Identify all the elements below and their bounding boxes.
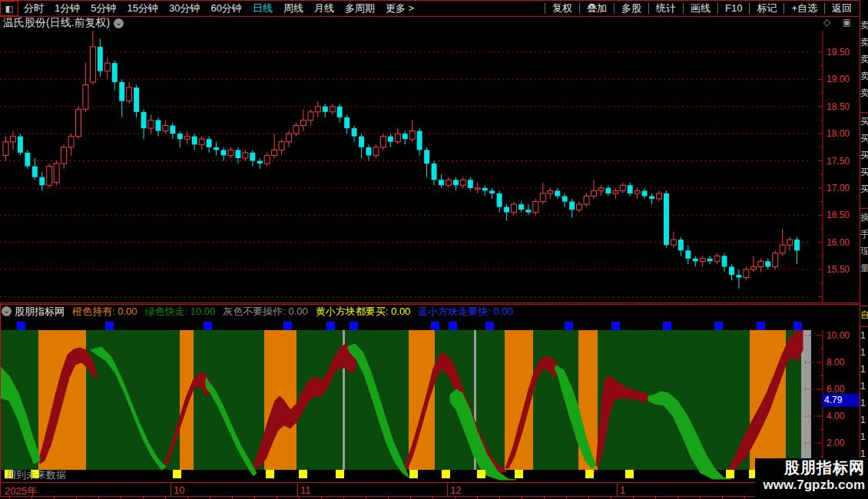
month-tick bbox=[171, 483, 171, 496]
right-strip-item[interactable]: 1 bbox=[860, 411, 868, 428]
collapse-icon[interactable]: ⌄ bbox=[2, 306, 12, 316]
right-strip-item[interactable]: 1 bbox=[860, 378, 868, 395]
right-strip-item[interactable]: 买 bbox=[860, 164, 868, 180]
right-strip-item[interactable]: 买 bbox=[860, 147, 868, 164]
indicator-source: 股朋指标网 bbox=[15, 305, 65, 319]
candles bbox=[3, 31, 800, 289]
right-strip-item[interactable]: 买 bbox=[860, 180, 868, 197]
right-strip-item[interactable]: 卖 bbox=[860, 17, 868, 34]
right-strip-item[interactable]: 买 bbox=[860, 113, 868, 130]
minor-tick bbox=[544, 496, 545, 499]
watermark-url: www.7gpzb.com bbox=[755, 477, 865, 494]
minor-tick bbox=[299, 496, 300, 499]
minor-tick bbox=[388, 496, 389, 499]
right-strip-item[interactable]: 卖 bbox=[860, 84, 868, 101]
minor-tick bbox=[655, 496, 656, 499]
chart-corner-icons[interactable]: ◇ ▣ bbox=[823, 17, 856, 28]
toolbar-item-分时[interactable]: 分时 bbox=[18, 2, 49, 15]
toolbar-button-返回[interactable]: 返回 bbox=[824, 3, 859, 14]
month-label: 11 bbox=[300, 484, 311, 496]
right-strip-section[interactable]: 换手现量 bbox=[860, 209, 868, 306]
toolbar-button-F10[interactable]: F10 bbox=[717, 3, 749, 14]
toolbar-button-画线[interactable]: 画线 bbox=[683, 3, 717, 14]
minor-tick bbox=[165, 496, 166, 499]
right-strip-item[interactable]: 卖 bbox=[860, 68, 868, 84]
price-axis-label: 19.50 bbox=[827, 47, 850, 58]
blue-signal-square bbox=[611, 322, 620, 330]
right-strip-item[interactable]: 换 bbox=[860, 209, 868, 226]
chevron-down-icon[interactable]: ⌄ bbox=[114, 18, 124, 28]
price-axis-label: 18.00 bbox=[827, 128, 850, 139]
right-strip-section[interactable]: 自 bbox=[860, 306, 868, 327]
yellow-signal-square bbox=[726, 470, 734, 478]
right-strip-item[interactable]: 现 bbox=[860, 243, 868, 259]
blue-signal-square bbox=[714, 322, 723, 330]
minor-tick bbox=[410, 496, 411, 499]
minor-tick bbox=[611, 496, 611, 499]
minor-tick bbox=[366, 496, 366, 499]
toolbar-item-5分钟[interactable]: 5分钟 bbox=[85, 2, 121, 15]
right-strip-item[interactable]: 卖 bbox=[860, 51, 868, 68]
toolbar-button-统计[interactable]: 统计 bbox=[648, 3, 683, 14]
right-strip-item[interactable]: 1 bbox=[860, 428, 868, 445]
price-axis-label: 17.00 bbox=[827, 183, 850, 193]
blue-signal-square bbox=[17, 322, 25, 330]
toolbar-button-标记[interactable]: 标记 bbox=[749, 3, 784, 14]
minor-tick bbox=[321, 496, 322, 499]
minor-tick bbox=[722, 496, 723, 499]
minor-tick bbox=[522, 496, 522, 499]
minor-tick bbox=[588, 496, 589, 499]
right-strip-item[interactable]: 1 bbox=[860, 344, 868, 361]
minor-tick bbox=[277, 496, 277, 499]
yellow-signal-square bbox=[409, 470, 418, 478]
indicator-axis-label: 10.00 bbox=[827, 330, 850, 341]
minor-tick bbox=[477, 496, 478, 499]
right-strip-item[interactable]: 买 bbox=[860, 130, 868, 147]
right-strip-item[interactable]: 量 bbox=[860, 259, 868, 276]
toolbar-item-日线[interactable]: 日线 bbox=[247, 2, 278, 15]
minor-tick bbox=[499, 496, 500, 499]
right-strip-item[interactable]: 1 bbox=[860, 395, 868, 411]
price-axis-label: 16.50 bbox=[827, 210, 850, 220]
right-strip-item[interactable]: 卖 bbox=[860, 34, 868, 51]
right-strip-section[interactable]: 卖卖卖卖卖 bbox=[860, 17, 868, 113]
toolbar-button-多股[interactable]: 多股 bbox=[614, 3, 648, 14]
indicator-item-橙色持有: 橙色持有: 0.00 bbox=[72, 305, 137, 319]
minor-tick bbox=[744, 496, 745, 499]
minor-tick bbox=[566, 496, 567, 499]
indicator-current-value: 4.79 bbox=[822, 394, 860, 407]
indicator-axis-label: 2.00 bbox=[827, 438, 845, 448]
toolbar-button-+自选[interactable]: +自选 bbox=[784, 3, 824, 14]
toolbar-item-30分钟[interactable]: 30分钟 bbox=[164, 2, 205, 15]
price-axis-label: 18.50 bbox=[827, 101, 850, 112]
watermark: 股朋指标网 www.7gpzb.com bbox=[755, 458, 868, 499]
indicator-item-灰色不要操作: 灰色不要操作: 0.00 bbox=[223, 305, 308, 319]
minor-tick bbox=[143, 496, 144, 499]
right-strip-item[interactable]: 手 bbox=[860, 226, 868, 243]
toolbar-item-周线[interactable]: 周线 bbox=[278, 2, 309, 15]
right-strip-item[interactable]: 自 bbox=[860, 306, 868, 323]
right-strip-section[interactable]: 买买买买买 bbox=[860, 113, 868, 209]
toolbar-button-复权[interactable]: 复权 bbox=[545, 3, 579, 14]
window-split-icon[interactable]: ◧ bbox=[0, 1, 18, 16]
blue-signal-square bbox=[105, 322, 114, 330]
toolbar-item-月线[interactable]: 月线 bbox=[309, 2, 340, 15]
toolbar-item-更多 >[interactable]: 更多 > bbox=[380, 2, 419, 15]
toolbar-item-多周期[interactable]: 多周期 bbox=[340, 2, 380, 15]
indicator-item-绿色快走: 绿色快走: 10.00 bbox=[145, 305, 216, 319]
toolbar-right: 复权叠加多股统计画线F10标记+自选返回 bbox=[545, 1, 859, 16]
yellow-signal-row bbox=[0, 470, 860, 479]
month-label: 10 bbox=[174, 484, 184, 496]
indicator-item-蓝小方块走要快: 蓝小方块走要快: 0.00 bbox=[418, 305, 513, 319]
toolbar-item-60分钟[interactable]: 60分钟 bbox=[205, 2, 247, 15]
toolbar-item-1分钟[interactable]: 1分钟 bbox=[49, 2, 85, 15]
indicator-item-黄小方块都要买: 黄小方块都要买: 0.00 bbox=[316, 305, 411, 319]
right-sidebar-strip[interactable]: 卖卖卖卖卖买买买买买换手现量自11111111 bbox=[860, 0, 868, 499]
right-strip-item[interactable]: 1 bbox=[860, 361, 868, 378]
indicator-header: ⌄ 股朋指标网 橙色持有: 0.00绿色快走: 10.00灰色不要操作: 0.0… bbox=[0, 304, 859, 318]
right-strip-item[interactable]: 1 bbox=[860, 327, 868, 344]
toolbar-item-15分钟[interactable]: 15分钟 bbox=[121, 2, 163, 15]
yellow-signal-square bbox=[336, 470, 344, 478]
minor-tick bbox=[432, 496, 433, 499]
toolbar-button-叠加[interactable]: 叠加 bbox=[579, 3, 614, 14]
